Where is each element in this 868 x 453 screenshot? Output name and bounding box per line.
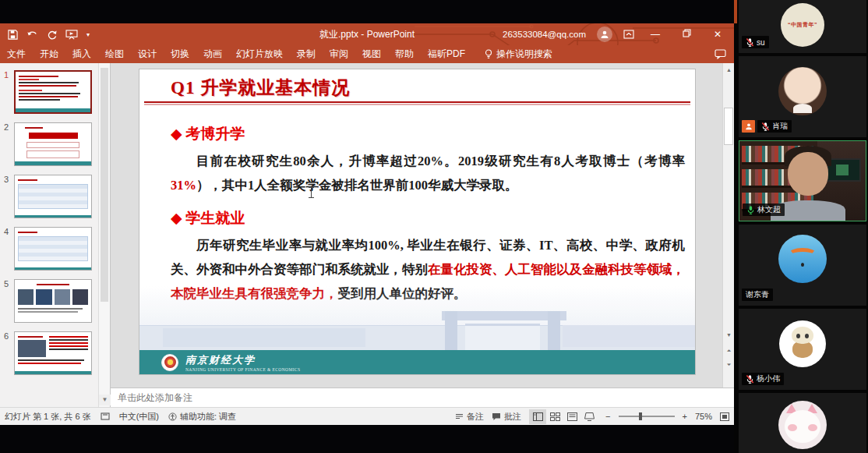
notes-pane[interactable]: 单击此处添加备注 bbox=[111, 388, 734, 407]
participant-tile-2[interactable]: 肖瑞 bbox=[739, 56, 866, 137]
ribbon-tab-file[interactable]: 文件 bbox=[0, 45, 33, 63]
zoom-out-button[interactable]: − bbox=[605, 412, 610, 421]
participant-tile-4[interactable]: 谢东青 bbox=[739, 225, 866, 306]
display-settings-icon[interactable] bbox=[101, 412, 110, 421]
ribbon-tab-1[interactable]: 开始 bbox=[33, 45, 65, 63]
ribbon-tab-2[interactable]: 插入 bbox=[65, 45, 98, 63]
section-heading-1[interactable]: ◆ 考博升学 bbox=[171, 124, 685, 144]
thumbnail-row-6: 6 bbox=[0, 331, 111, 380]
comment-icon bbox=[715, 49, 726, 59]
section-paragraph-2[interactable]: 历年研究生毕业率与就业率均100%, 毕业生在银行、证券、IT、高校、中学、政府… bbox=[171, 233, 685, 306]
ribbon-tab-11[interactable]: 帮助 bbox=[388, 45, 421, 63]
participant-tile-3[interactable]: 林文超 bbox=[739, 140, 866, 221]
powerpoint-window: ▾ 就业.pptx - PowerPoint 263533084@qq.com … bbox=[0, 23, 734, 425]
canvas-scrollbar-thumb[interactable] bbox=[724, 108, 733, 145]
thumbnail-preview bbox=[16, 72, 90, 112]
view-switcher bbox=[529, 409, 598, 424]
zoom-in-button[interactable]: + bbox=[683, 412, 687, 421]
thumbnail-scrollbar[interactable]: ▼ bbox=[98, 63, 110, 407]
notes-placeholder[interactable]: 单击此处添加备注 bbox=[111, 391, 192, 405]
zoom-slider[interactable] bbox=[619, 416, 675, 417]
customize-qat-button[interactable]: ▾ bbox=[86, 31, 90, 38]
thumbnail-preview bbox=[15, 228, 91, 270]
tell-me-search[interactable]: 操作说明搜索 bbox=[485, 48, 552, 61]
current-slide[interactable]: Q1 升学就业基本情况 ◆ 考博升学目前在校研究生80余人，升博率超过20%。2… bbox=[139, 69, 696, 375]
participant-name: 肖瑞 bbox=[772, 121, 788, 132]
participant-name: 林文超 bbox=[757, 204, 781, 215]
accessibility-status[interactable]: 辅助功能: 调查 bbox=[168, 411, 236, 423]
comments-button[interactable] bbox=[715, 49, 734, 59]
scroll-up-icon[interactable]: ▲ bbox=[723, 65, 735, 75]
slide-thumbnail-4[interactable] bbox=[14, 227, 92, 271]
save-button[interactable] bbox=[8, 30, 18, 40]
comments-toggle-button[interactable]: 批注 bbox=[492, 411, 521, 423]
ribbon-tab-10[interactable]: 视图 bbox=[355, 45, 388, 63]
participant-tile-5[interactable]: 杨小伟 bbox=[739, 309, 866, 390]
slide-sorter-view-button[interactable] bbox=[546, 409, 563, 424]
account-email[interactable]: 263533084@qq.com bbox=[503, 30, 586, 39]
notes-toggle-button[interactable]: 备注 bbox=[455, 411, 484, 423]
lightbulb-icon bbox=[485, 49, 492, 59]
ribbon-tab-3[interactable]: 绘图 bbox=[98, 45, 131, 63]
restore-button[interactable] bbox=[676, 29, 697, 40]
slide-number-6: 6 bbox=[4, 331, 9, 341]
thumbnail-scrollbar-thumb[interactable] bbox=[101, 68, 108, 302]
sidebar-scrollbar-thumb[interactable] bbox=[734, 0, 737, 23]
canvas-scrollbar[interactable]: ▲ ▼ ⏶ ⏷ bbox=[722, 63, 734, 388]
participant-name: 杨小伟 bbox=[757, 373, 780, 384]
accessibility-icon bbox=[168, 412, 177, 421]
redo-button[interactable] bbox=[47, 30, 57, 40]
fit-slide-icon bbox=[720, 412, 729, 421]
avatar: “中国青年” bbox=[781, 3, 824, 47]
previous-slide-button[interactable]: ⏶ bbox=[723, 345, 735, 356]
zoom-level[interactable]: 75% bbox=[695, 412, 712, 421]
start-slideshow-button[interactable] bbox=[65, 30, 78, 40]
undo-button[interactable] bbox=[26, 30, 38, 39]
notes-icon bbox=[455, 412, 464, 420]
slide-thumbnail-3[interactable] bbox=[14, 175, 92, 218]
language-status[interactable]: 中文(中国) bbox=[119, 411, 159, 423]
next-slide-button[interactable]: ⏷ bbox=[723, 359, 735, 370]
ribbon-tab-9[interactable]: 审阅 bbox=[323, 45, 355, 63]
zoom-slider-thumb[interactable] bbox=[639, 412, 642, 420]
participant-name: 谢东青 bbox=[746, 289, 769, 300]
thumbnail-scroll-down-icon[interactable]: ▼ bbox=[99, 395, 111, 405]
tell-me-label: 操作说明搜索 bbox=[496, 48, 552, 61]
ribbon-tab-8[interactable]: 录制 bbox=[290, 45, 323, 63]
slideshow-view-button[interactable] bbox=[580, 409, 598, 424]
normal-view-button[interactable] bbox=[529, 409, 546, 424]
text-segment: 31% bbox=[171, 178, 196, 193]
minimize-button[interactable]: — bbox=[645, 29, 665, 40]
ribbon-tab-5[interactable]: 切换 bbox=[164, 45, 196, 63]
participant-tile-6[interactable] bbox=[739, 393, 866, 453]
ribbon-display-options-button[interactable] bbox=[623, 30, 634, 39]
slide-thumbnail-5[interactable] bbox=[14, 279, 92, 323]
slide-title[interactable]: Q1 升学就业基本情况 bbox=[171, 76, 350, 100]
slide-indicator: 幻灯片 第 1 张, 共 6 张 bbox=[5, 411, 91, 423]
comment-bubble-icon bbox=[492, 412, 501, 421]
quick-access-toolbar: ▾ bbox=[0, 30, 90, 40]
ribbon-tab-7[interactable]: 幻灯片放映 bbox=[229, 45, 290, 63]
ribbon-tab-6[interactable]: 动画 bbox=[196, 45, 229, 63]
section-paragraph-1[interactable]: 目前在校研究生80余人，升博率超过20%。2019级研究生有8人考取博士（考博率… bbox=[171, 149, 685, 197]
slide-number-5: 5 bbox=[4, 279, 9, 288]
account-avatar[interactable] bbox=[597, 27, 612, 42]
close-button[interactable]: ✕ bbox=[707, 29, 728, 40]
slide-thumbnail-6[interactable] bbox=[14, 331, 92, 375]
slide-thumbnail-1[interactable] bbox=[14, 70, 92, 114]
ribbon-tab-12[interactable]: 福昕PDF bbox=[421, 45, 472, 63]
reading-view-button[interactable] bbox=[563, 409, 580, 424]
section-heading-2[interactable]: ◆ 学生就业 bbox=[171, 208, 685, 228]
slide-body[interactable]: ◆ 考博升学目前在校研究生80余人，升博率超过20%。2019级研究生有8人考取… bbox=[171, 113, 685, 306]
participant-name-label: 杨小伟 bbox=[742, 373, 784, 385]
participant-tile-1[interactable]: “中国青年”su bbox=[739, 0, 866, 53]
mic-muted-icon bbox=[746, 37, 754, 48]
slide-thumbnail-2[interactable] bbox=[14, 122, 92, 166]
scroll-down-icon[interactable]: ▼ bbox=[723, 330, 735, 340]
sidebar-scrollbar[interactable] bbox=[734, 0, 737, 453]
thumbnail-row-4: 4 bbox=[0, 227, 111, 275]
thumbnail-row-3: 3 bbox=[0, 175, 111, 223]
participant-name-label: su bbox=[742, 36, 769, 48]
fit-to-window-button[interactable] bbox=[720, 412, 729, 421]
ribbon-tab-4[interactable]: 设计 bbox=[131, 45, 164, 63]
